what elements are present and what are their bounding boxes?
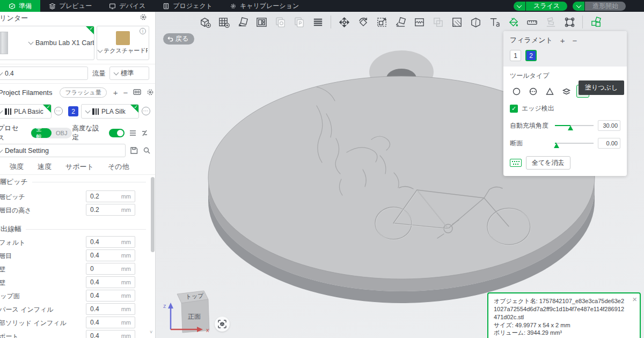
tab-strength[interactable]: 強度	[10, 162, 24, 174]
section-layer-height: 積層ピッチ	[0, 177, 156, 187]
preset-select[interactable]: Default Setting	[0, 144, 126, 157]
tab-speed[interactable]: 速度	[38, 162, 52, 174]
seam-icon	[564, 16, 576, 28]
add-object-button[interactable]	[196, 13, 214, 31]
text-tool-button[interactable]	[486, 13, 503, 31]
layer-height-input[interactable]: 0.2 mm	[86, 190, 135, 202]
move-button[interactable]	[335, 13, 353, 31]
auto-orient-button[interactable]	[234, 13, 251, 31]
fit-view-icon	[218, 320, 226, 328]
print-dropdown-chevron-icon[interactable]	[573, 2, 584, 11]
top-surface-width-input[interactable]: 0.4 mm	[86, 290, 135, 302]
mesh-boolean-icon	[470, 16, 482, 28]
add-filament-icon[interactable]: +	[113, 88, 118, 97]
save-preset-icon[interactable]	[130, 146, 138, 155]
slice-dropdown-chevron-icon[interactable]	[514, 2, 525, 11]
advanced-toggle[interactable]	[109, 129, 125, 137]
tab-support[interactable]: サポート	[65, 162, 94, 174]
filament-2-select[interactable]: PLA Silk ✓	[81, 104, 139, 119]
object-list-button[interactable]	[309, 13, 326, 31]
flow-select[interactable]: 標準	[109, 67, 149, 80]
tab-project[interactable]: プロジェクト	[154, 0, 221, 12]
info-close-icon[interactable]: ×	[632, 295, 637, 303]
filament-2-edit-icon[interactable]: ⋯	[142, 107, 150, 115]
circle-brush-tool[interactable]	[510, 85, 523, 98]
fit-view-button[interactable]	[215, 317, 230, 332]
section-slider-thumb[interactable]	[554, 143, 559, 148]
smart-fill-slider[interactable]	[555, 125, 594, 126]
printer-select[interactable]: Bambu Lab X1 Carb... ✓	[0, 26, 94, 60]
sidebar-scrollbar[interactable]	[151, 177, 155, 252]
view-list-icon[interactable]	[129, 130, 136, 136]
tab-calibration[interactable]: キャリブレーション	[221, 0, 308, 12]
nozzle-select[interactable]: 0.4	[0, 67, 88, 80]
support-paint-icon	[545, 16, 557, 28]
filament-chip-2[interactable]: 2	[525, 50, 537, 61]
flush-volume-button[interactable]: フラッシュ量	[60, 87, 106, 98]
slice-button[interactable]: スライス	[526, 2, 567, 11]
internal-solid-infill-width-input[interactable]: 0.4 mm	[86, 317, 135, 328]
scope-objects[interactable]: OBJ	[52, 130, 71, 136]
outer-wall-width-input[interactable]: 0 mm	[86, 263, 135, 275]
default-line-width-input[interactable]: 0.4 mm	[86, 236, 135, 248]
merge-button[interactable]	[429, 13, 447, 31]
height-range-tool[interactable]	[560, 85, 573, 98]
plate-type-select[interactable]: i テクスチャードPEI...	[97, 26, 149, 60]
scale-button[interactable]	[373, 13, 390, 31]
color-paint-icon	[507, 16, 519, 28]
back-button[interactable]: 戻る	[163, 33, 194, 45]
section-slider[interactable]	[555, 143, 594, 144]
smart-fill-slider-thumb[interactable]	[568, 126, 573, 130]
measure-button[interactable]	[523, 13, 540, 31]
filament-chip-1[interactable]: 1	[510, 50, 521, 61]
seam-button[interactable]	[561, 13, 578, 31]
paint-remove-filament-icon[interactable]: −	[573, 36, 577, 45]
ams-icon[interactable]	[133, 89, 141, 96]
variable-layer-height-button[interactable]	[448, 13, 465, 31]
sparse-infill-width-input[interactable]: 0.4 mm	[86, 303, 135, 315]
filament-settings-gear-icon[interactable]	[147, 89, 154, 96]
filament-1-edit-icon[interactable]: ⋯	[54, 107, 63, 115]
plate-info-icon[interactable]: i	[140, 28, 146, 34]
first-layer-width-input[interactable]: 0.4 mm	[86, 249, 135, 261]
3d-viewport[interactable]: 戻る フィラメント + − 1 2 ツールタイプ	[156, 12, 644, 338]
search-preset-icon[interactable]	[143, 146, 151, 155]
rotate-button[interactable]	[354, 13, 371, 31]
orientation-gizmo[interactable]: トップ 正面 z x	[160, 285, 240, 338]
first-layer-height-input[interactable]: 0.2 mm	[86, 204, 135, 216]
paint-add-filament-icon[interactable]: +	[560, 36, 565, 45]
scope-global[interactable]: 全般	[31, 128, 52, 138]
smart-fill-value[interactable]: 30.00	[598, 120, 620, 131]
color-paint-button[interactable]	[504, 13, 522, 31]
add-plate-button[interactable]	[215, 13, 232, 31]
compare-params-icon[interactable]	[141, 130, 148, 136]
arrange-button[interactable]	[253, 13, 270, 31]
mesh-boolean-button[interactable]	[467, 13, 484, 31]
support-width-input[interactable]: 0.4 mm	[86, 330, 135, 338]
filament-1-select[interactable]: PLA Basic ✓	[0, 104, 52, 119]
copy-button[interactable]	[272, 13, 289, 31]
support-paint-button[interactable]	[542, 13, 559, 31]
section-label: 断面	[510, 139, 551, 148]
lay-on-face-button[interactable]	[392, 13, 409, 31]
sphere-brush-tool[interactable]	[526, 85, 539, 98]
remove-filament-icon[interactable]: −	[123, 88, 128, 97]
tab-prepare[interactable]: 準備	[0, 0, 40, 12]
scroll-down-icon[interactable]: ˅	[150, 329, 155, 334]
clear-all-button[interactable]: 全てを消去	[526, 156, 570, 170]
keyboard-shortcuts-icon[interactable]	[510, 159, 522, 167]
printer-settings-gear-icon[interactable]	[140, 13, 147, 21]
cut-button[interactable]	[411, 13, 428, 31]
process-scope-toggle[interactable]: 全般 OBJ	[31, 128, 72, 138]
tab-device[interactable]: デバイス	[100, 0, 154, 12]
section-value[interactable]: 0.00	[598, 138, 620, 149]
print-button[interactable]: 造形開始	[585, 2, 626, 11]
inner-wall-width-input[interactable]: 0.4 mm	[86, 276, 135, 288]
edge-detection-checkbox[interactable]: ✓	[510, 105, 518, 113]
assembly-button[interactable]	[587, 13, 604, 31]
paste-button[interactable]	[290, 13, 308, 31]
triangle-brush-tool[interactable]	[543, 85, 556, 98]
prepare-icon	[9, 3, 16, 10]
tab-others[interactable]: その他	[108, 162, 129, 174]
tab-preview[interactable]: プレビュー	[40, 0, 100, 12]
